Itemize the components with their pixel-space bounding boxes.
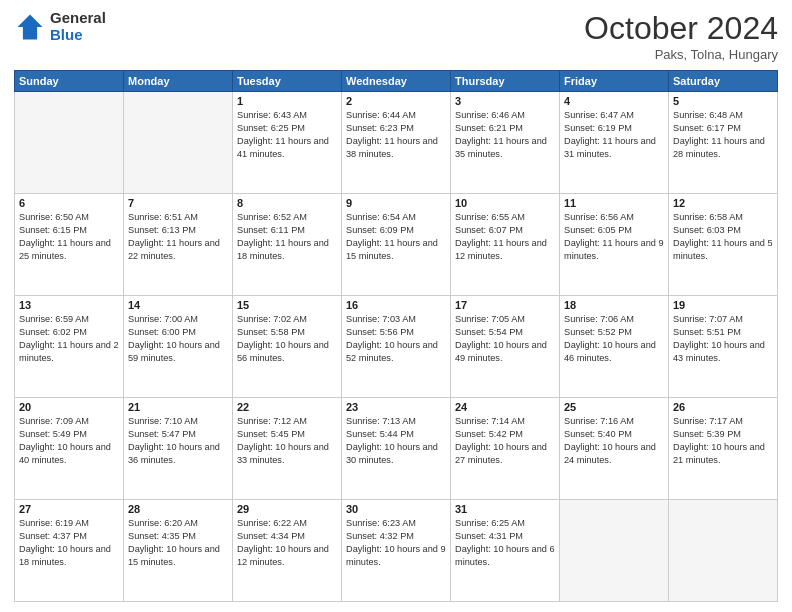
calendar-cell: 25Sunrise: 7:16 AMSunset: 5:40 PMDayligh…: [560, 398, 669, 500]
calendar-cell: 16Sunrise: 7:03 AMSunset: 5:56 PMDayligh…: [342, 296, 451, 398]
calendar-cell: 22Sunrise: 7:12 AMSunset: 5:45 PMDayligh…: [233, 398, 342, 500]
calendar-table: SundayMondayTuesdayWednesdayThursdayFrid…: [14, 70, 778, 602]
calendar-cell: 24Sunrise: 7:14 AMSunset: 5:42 PMDayligh…: [451, 398, 560, 500]
calendar-cell: 4Sunrise: 6:47 AMSunset: 6:19 PMDaylight…: [560, 92, 669, 194]
calendar-cell: 31Sunrise: 6:25 AMSunset: 4:31 PMDayligh…: [451, 500, 560, 602]
day-info: Sunrise: 7:16 AMSunset: 5:40 PMDaylight:…: [564, 415, 664, 467]
day-number: 3: [455, 95, 555, 107]
day-info: Sunrise: 6:55 AMSunset: 6:07 PMDaylight:…: [455, 211, 555, 263]
calendar-cell: 3Sunrise: 6:46 AMSunset: 6:21 PMDaylight…: [451, 92, 560, 194]
day-info: Sunrise: 7:00 AMSunset: 6:00 PMDaylight:…: [128, 313, 228, 365]
title-month: October 2024: [584, 10, 778, 47]
logo-blue: Blue: [50, 27, 106, 44]
calendar-week-row: 20Sunrise: 7:09 AMSunset: 5:49 PMDayligh…: [15, 398, 778, 500]
day-info: Sunrise: 6:50 AMSunset: 6:15 PMDaylight:…: [19, 211, 119, 263]
day-info: Sunrise: 6:43 AMSunset: 6:25 PMDaylight:…: [237, 109, 337, 161]
day-number: 24: [455, 401, 555, 413]
day-number: 2: [346, 95, 446, 107]
calendar-header-row: SundayMondayTuesdayWednesdayThursdayFrid…: [15, 71, 778, 92]
calendar-cell: 30Sunrise: 6:23 AMSunset: 4:32 PMDayligh…: [342, 500, 451, 602]
day-info: Sunrise: 7:17 AMSunset: 5:39 PMDaylight:…: [673, 415, 773, 467]
day-info: Sunrise: 6:58 AMSunset: 6:03 PMDaylight:…: [673, 211, 773, 263]
weekday-header: Sunday: [15, 71, 124, 92]
day-info: Sunrise: 7:14 AMSunset: 5:42 PMDaylight:…: [455, 415, 555, 467]
calendar-cell: 27Sunrise: 6:19 AMSunset: 4:37 PMDayligh…: [15, 500, 124, 602]
calendar-week-row: 13Sunrise: 6:59 AMSunset: 6:02 PMDayligh…: [15, 296, 778, 398]
day-info: Sunrise: 6:44 AMSunset: 6:23 PMDaylight:…: [346, 109, 446, 161]
calendar-cell: 28Sunrise: 6:20 AMSunset: 4:35 PMDayligh…: [124, 500, 233, 602]
day-number: 26: [673, 401, 773, 413]
day-info: Sunrise: 6:51 AMSunset: 6:13 PMDaylight:…: [128, 211, 228, 263]
day-number: 17: [455, 299, 555, 311]
day-number: 16: [346, 299, 446, 311]
day-number: 29: [237, 503, 337, 515]
day-info: Sunrise: 7:05 AMSunset: 5:54 PMDaylight:…: [455, 313, 555, 365]
day-number: 27: [19, 503, 119, 515]
day-info: Sunrise: 6:46 AMSunset: 6:21 PMDaylight:…: [455, 109, 555, 161]
calendar-cell: 10Sunrise: 6:55 AMSunset: 6:07 PMDayligh…: [451, 194, 560, 296]
title-block: October 2024 Paks, Tolna, Hungary: [584, 10, 778, 62]
day-info: Sunrise: 6:52 AMSunset: 6:11 PMDaylight:…: [237, 211, 337, 263]
title-location: Paks, Tolna, Hungary: [584, 47, 778, 62]
day-number: 4: [564, 95, 664, 107]
weekday-header: Friday: [560, 71, 669, 92]
calendar-cell: 9Sunrise: 6:54 AMSunset: 6:09 PMDaylight…: [342, 194, 451, 296]
day-number: 22: [237, 401, 337, 413]
calendar-cell: 15Sunrise: 7:02 AMSunset: 5:58 PMDayligh…: [233, 296, 342, 398]
logo: General Blue: [14, 10, 106, 43]
day-number: 18: [564, 299, 664, 311]
day-info: Sunrise: 6:56 AMSunset: 6:05 PMDaylight:…: [564, 211, 664, 263]
calendar-cell: 17Sunrise: 7:05 AMSunset: 5:54 PMDayligh…: [451, 296, 560, 398]
calendar-cell: [15, 92, 124, 194]
weekday-header: Monday: [124, 71, 233, 92]
day-number: 14: [128, 299, 228, 311]
day-number: 20: [19, 401, 119, 413]
day-info: Sunrise: 7:12 AMSunset: 5:45 PMDaylight:…: [237, 415, 337, 467]
calendar-cell: 8Sunrise: 6:52 AMSunset: 6:11 PMDaylight…: [233, 194, 342, 296]
calendar-cell: 6Sunrise: 6:50 AMSunset: 6:15 PMDaylight…: [15, 194, 124, 296]
day-info: Sunrise: 6:59 AMSunset: 6:02 PMDaylight:…: [19, 313, 119, 365]
day-info: Sunrise: 6:19 AMSunset: 4:37 PMDaylight:…: [19, 517, 119, 569]
calendar-cell: 14Sunrise: 7:00 AMSunset: 6:00 PMDayligh…: [124, 296, 233, 398]
day-number: 31: [455, 503, 555, 515]
calendar-cell: [560, 500, 669, 602]
logo-icon: [14, 11, 46, 43]
calendar-cell: 18Sunrise: 7:06 AMSunset: 5:52 PMDayligh…: [560, 296, 669, 398]
day-number: 11: [564, 197, 664, 209]
day-number: 21: [128, 401, 228, 413]
calendar-cell: 2Sunrise: 6:44 AMSunset: 6:23 PMDaylight…: [342, 92, 451, 194]
weekday-header: Thursday: [451, 71, 560, 92]
day-info: Sunrise: 6:20 AMSunset: 4:35 PMDaylight:…: [128, 517, 228, 569]
day-number: 5: [673, 95, 773, 107]
day-number: 13: [19, 299, 119, 311]
calendar-cell: 11Sunrise: 6:56 AMSunset: 6:05 PMDayligh…: [560, 194, 669, 296]
weekday-header: Saturday: [669, 71, 778, 92]
calendar-cell: 5Sunrise: 6:48 AMSunset: 6:17 PMDaylight…: [669, 92, 778, 194]
calendar-cell: 19Sunrise: 7:07 AMSunset: 5:51 PMDayligh…: [669, 296, 778, 398]
day-info: Sunrise: 6:48 AMSunset: 6:17 PMDaylight:…: [673, 109, 773, 161]
weekday-header: Wednesday: [342, 71, 451, 92]
day-info: Sunrise: 7:13 AMSunset: 5:44 PMDaylight:…: [346, 415, 446, 467]
day-info: Sunrise: 7:10 AMSunset: 5:47 PMDaylight:…: [128, 415, 228, 467]
day-info: Sunrise: 6:23 AMSunset: 4:32 PMDaylight:…: [346, 517, 446, 569]
calendar-cell: 23Sunrise: 7:13 AMSunset: 5:44 PMDayligh…: [342, 398, 451, 500]
calendar-cell: 20Sunrise: 7:09 AMSunset: 5:49 PMDayligh…: [15, 398, 124, 500]
day-number: 23: [346, 401, 446, 413]
day-info: Sunrise: 7:07 AMSunset: 5:51 PMDaylight:…: [673, 313, 773, 365]
day-number: 25: [564, 401, 664, 413]
day-info: Sunrise: 6:22 AMSunset: 4:34 PMDaylight:…: [237, 517, 337, 569]
day-number: 6: [19, 197, 119, 209]
day-number: 19: [673, 299, 773, 311]
day-info: Sunrise: 6:47 AMSunset: 6:19 PMDaylight:…: [564, 109, 664, 161]
day-info: Sunrise: 7:06 AMSunset: 5:52 PMDaylight:…: [564, 313, 664, 365]
day-info: Sunrise: 7:02 AMSunset: 5:58 PMDaylight:…: [237, 313, 337, 365]
logo-general: General: [50, 10, 106, 27]
weekday-header: Tuesday: [233, 71, 342, 92]
day-number: 15: [237, 299, 337, 311]
day-number: 1: [237, 95, 337, 107]
calendar-cell: 13Sunrise: 6:59 AMSunset: 6:02 PMDayligh…: [15, 296, 124, 398]
calendar-cell: 29Sunrise: 6:22 AMSunset: 4:34 PMDayligh…: [233, 500, 342, 602]
day-info: Sunrise: 6:25 AMSunset: 4:31 PMDaylight:…: [455, 517, 555, 569]
calendar-week-row: 27Sunrise: 6:19 AMSunset: 4:37 PMDayligh…: [15, 500, 778, 602]
calendar-week-row: 1Sunrise: 6:43 AMSunset: 6:25 PMDaylight…: [15, 92, 778, 194]
